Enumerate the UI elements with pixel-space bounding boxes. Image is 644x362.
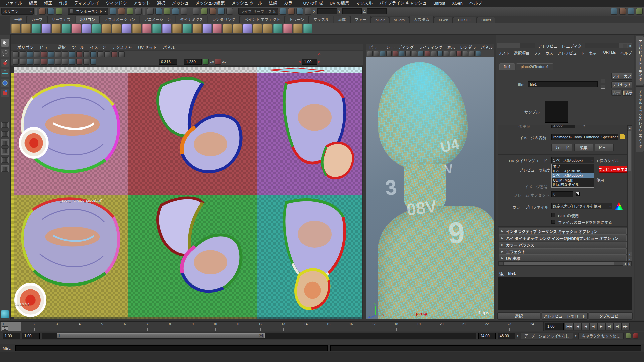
- construction-icon[interactable]: [305, 8, 311, 15]
- menu-item[interactable]: UV の編集: [326, 0, 352, 7]
- menu-item[interactable]: マッスル: [352, 0, 376, 7]
- shelf-icon[interactable]: [303, 24, 312, 33]
- animation-end-field[interactable]: 48.00: [498, 333, 515, 339]
- layout-hypershade[interactable]: [1, 157, 9, 163]
- color-profile-dropdown[interactable]: 既定入力プロファイルを使用 ▾: [551, 203, 612, 209]
- shelf-icon[interactable]: [142, 24, 151, 33]
- ae-menu-item[interactable]: アトリビュート: [557, 50, 585, 56]
- timeline-frame[interactable]: 8: [159, 322, 181, 331]
- viewport-toolbar-icon[interactable]: [412, 51, 417, 56]
- y-input[interactable]: [342, 8, 362, 14]
- collapsed-section-header[interactable]: ▶ エフェクト: [499, 248, 627, 255]
- rotate-ccw-icon[interactable]: [203, 59, 209, 65]
- viewport-menu-item[interactable]: シェーディング: [384, 44, 416, 50]
- viewport-toolbar-icon[interactable]: [437, 51, 443, 56]
- disable-file-load-checkbox[interactable]: [551, 220, 555, 224]
- edit-button[interactable]: 編集: [574, 144, 593, 151]
- scroll-right-icon[interactable]: ▶: [627, 262, 632, 266]
- shelf-tab[interactable]: カスタム: [409, 16, 434, 23]
- texture-sample-swatch[interactable]: [545, 101, 568, 123]
- uv-zoom-field[interactable]: 1.00: [302, 59, 317, 65]
- render-icon[interactable]: [636, 8, 643, 15]
- viewport-menu-item[interactable]: ライティング: [416, 44, 444, 50]
- viewport-toolbar-icon[interactable]: [405, 51, 411, 56]
- scroll-up-icon[interactable]: ▲: [628, 126, 632, 130]
- shelf-icon[interactable]: [62, 24, 71, 33]
- scene-file-icon[interactable]: [56, 8, 62, 15]
- focus-button[interactable]: フォーカス: [611, 73, 632, 80]
- node-tab[interactable]: file1: [499, 63, 515, 70]
- viewport-toolbar-icon[interactable]: [431, 51, 436, 56]
- uv-toolbar-icon[interactable]: [48, 59, 54, 65]
- uv-toolbar-icon[interactable]: [118, 51, 125, 57]
- shelf-tab[interactable]: nCloth: [389, 17, 409, 23]
- dropdown-option[interactable]: オフ: [552, 164, 594, 169]
- timeline-frame[interactable]: 16: [340, 322, 362, 331]
- playback-start-field[interactable]: 1.00: [22, 333, 40, 339]
- uv-shell[interactable]: [14, 195, 128, 317]
- lasso-tool[interactable]: [1, 49, 9, 57]
- uv-menu-item[interactable]: ポリゴン: [15, 44, 36, 50]
- history-icon[interactable]: [218, 8, 225, 15]
- uv-toolbar-icon[interactable]: [62, 51, 68, 57]
- shelf-tab[interactable]: ダイナミクス: [176, 16, 207, 23]
- viewport-toolbar-icon[interactable]: [393, 51, 398, 56]
- restore-window-icon[interactable]: [623, 44, 627, 48]
- menu-item[interactable]: メッシュ ツール: [228, 0, 265, 7]
- shelf-icon[interactable]: [243, 24, 252, 33]
- z-input[interactable]: [367, 8, 387, 14]
- presets-button[interactable]: プリセット: [611, 81, 632, 88]
- uv-shell[interactable]: [128, 73, 257, 195]
- layout-split-pane[interactable]: [1, 148, 9, 155]
- shelf-tab[interactable]: 流体: [334, 16, 350, 23]
- shelf-icon[interactable]: [21, 24, 31, 33]
- timeline-frame[interactable]: 10: [204, 322, 227, 331]
- menu-item[interactable]: UV の作成: [300, 0, 326, 7]
- menu-set-selector[interactable]: ポリゴン▾: [1, 8, 34, 15]
- collapsed-section-header[interactable]: ▶ インタラクティブ シーケンス キャッシュ オプション: [499, 228, 627, 235]
- menu-item[interactable]: ウィンドウ: [102, 0, 130, 7]
- uv-toolbar-icon[interactable]: [55, 59, 61, 65]
- zoom-prev-icon[interactable]: ◀: [298, 60, 301, 63]
- shelf-icon[interactable]: [82, 24, 91, 33]
- menu-item[interactable]: カラー: [281, 0, 300, 7]
- uv-shell[interactable]: [257, 195, 362, 317]
- attribute-editor-titlebar[interactable]: アトリビュート エディタ ×: [497, 43, 632, 48]
- uv-toolbar-icon[interactable]: [20, 59, 26, 65]
- connection-in-icon[interactable]: [601, 85, 605, 89]
- timeline-frame[interactable]: 4: [68, 322, 91, 331]
- collapsed-section-header[interactable]: ▶ カラー バランス: [499, 242, 627, 248]
- shelf-tab[interactable]: トゥーン: [285, 16, 309, 23]
- character-set-selector[interactable]: キャラクタ セットなし: [578, 333, 624, 339]
- shelf-tab[interactable]: ファー: [350, 16, 371, 23]
- rotate-tool[interactable]: [1, 79, 9, 87]
- layout-uv-persp[interactable]: [1, 165, 9, 172]
- viewport-menu-item[interactable]: パネル: [479, 44, 495, 50]
- torso-mesh[interactable]: [378, 206, 494, 319]
- timeline-frame[interactable]: 7: [136, 322, 159, 331]
- uv-toolbar-icon[interactable]: [48, 51, 54, 57]
- playback-button[interactable]: |◀: [581, 323, 589, 330]
- timeline-frame[interactable]: 17: [362, 322, 385, 331]
- attributes-scroll-area[interactable]: の単位 2.000 ▼ イメージの名前 rceimages\_Body_Flat…: [498, 125, 632, 266]
- render-icon[interactable]: [619, 8, 626, 15]
- shelf-icon[interactable]: [92, 24, 101, 33]
- viewport-menu-item[interactable]: ビュー: [367, 44, 383, 50]
- playback-button[interactable]: ▶|: [613, 323, 622, 330]
- uv-toolbar-icon[interactable]: [90, 59, 96, 65]
- view-button[interactable]: ビュー: [595, 144, 614, 151]
- viewport-toolbar-icon[interactable]: [425, 51, 430, 56]
- shelf-icon[interactable]: [11, 24, 20, 33]
- viewport-toolbar-icon[interactable]: [418, 51, 424, 56]
- copy-tab-button[interactable]: タブのコピー: [589, 312, 633, 320]
- viewport-toolbar-icon[interactable]: [463, 51, 468, 56]
- shelf-icon[interactable]: [223, 24, 232, 33]
- ae-menu-item[interactable]: フォーカス: [534, 50, 553, 56]
- uv-menu-item[interactable]: パネル: [160, 44, 178, 50]
- uv-toolbar-icon[interactable]: [55, 51, 61, 57]
- uv-toolbar-icon[interactable]: [83, 59, 89, 65]
- timeline-frame[interactable]: 5: [91, 322, 113, 331]
- menu-item[interactable]: ヘルプ: [466, 0, 486, 7]
- uv-menu-item[interactable]: ツール: [69, 44, 87, 50]
- uv-toolbar-icon[interactable]: [34, 51, 40, 57]
